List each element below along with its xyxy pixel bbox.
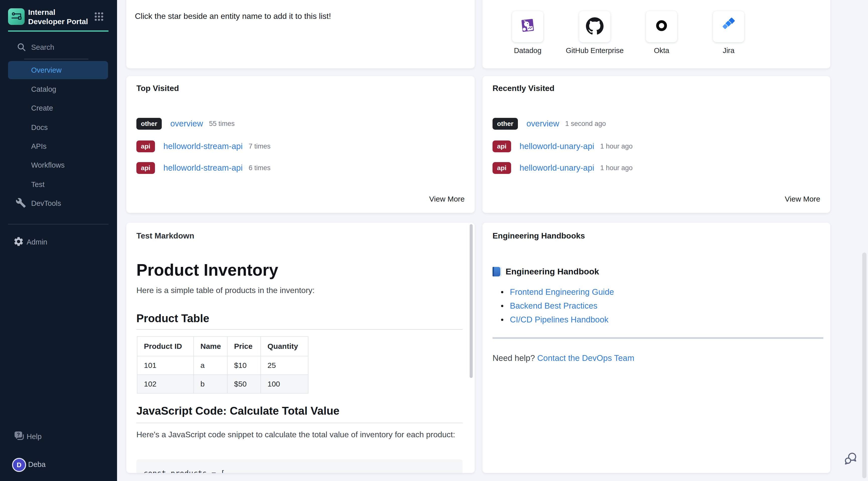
test-markdown-card: Test Markdown Product Inventory Here is …	[126, 223, 475, 473]
page-scrollbar-thumb[interactable]	[862, 252, 867, 478]
user-avatar[interactable]: D	[12, 458, 26, 472]
table-header: Name	[194, 336, 227, 356]
card-title: Engineering Handbooks	[493, 231, 585, 241]
sidebar-user-name[interactable]: Deba	[28, 460, 45, 469]
view-more-button[interactable]: View More	[785, 195, 820, 203]
github-icon	[586, 17, 603, 36]
sidebar-item-admin[interactable]: Admin	[27, 238, 47, 246]
sidebar-item-overview[interactable]: Overview	[8, 61, 108, 79]
wrench-icon	[16, 198, 26, 209]
favorites-card: Click the star beside an entity name to …	[126, 0, 475, 68]
entity-link[interactable]: overview	[526, 119, 559, 128]
handbook-list-item: CI/CD Pipelines Handbook	[501, 313, 609, 326]
kind-badge: api	[136, 162, 155, 174]
entity-link[interactable]: helloworld-unary-api	[520, 142, 594, 151]
visited-row: api helloworld-stream-api 6 times	[136, 160, 271, 176]
entity-link[interactable]: helloworld-stream-api	[163, 142, 243, 151]
card-title: Top Visited	[136, 84, 179, 93]
handbook-link[interactable]: Backend Best Practices	[510, 301, 597, 311]
okta-icon	[653, 17, 670, 36]
visit-count: 6 times	[249, 164, 271, 172]
handbook-divider	[493, 337, 823, 339]
top-visited-card: Top Visited other overview 55 times api …	[126, 76, 475, 213]
table-cell: $10	[227, 356, 261, 375]
integration-tile-okta[interactable]	[646, 11, 677, 42]
handbook-section: Engineering Handbook	[493, 267, 599, 276]
gear-icon	[13, 236, 24, 248]
sidebar-item-docs[interactable]: Docs	[31, 123, 48, 132]
visit-time: 1 second ago	[565, 120, 606, 128]
visited-row: api helloworld-unary-api 1 hour ago	[493, 139, 633, 154]
integrations-card: Datadog GitHub Enterprise Okta Jira	[483, 0, 830, 68]
table-row: 101 a $10 25	[137, 356, 308, 375]
visit-count: 7 times	[249, 143, 271, 150]
main-content: Click the star beside an entity name to …	[117, 0, 868, 481]
app-title: Internal Developer Portal	[28, 7, 91, 26]
sidebar-item-devtools[interactable]: DevTools	[31, 199, 61, 208]
entity-link[interactable]: helloworld-stream-api	[163, 163, 243, 173]
table-cell: 102	[137, 375, 194, 393]
sidebar: Internal Developer Portal Search Overvie…	[0, 0, 117, 481]
integration-tile-jira[interactable]	[713, 11, 744, 42]
recently-visited-card: Recently Visited other overview 1 second…	[483, 76, 830, 213]
integration-tile-datadog[interactable]	[512, 11, 543, 42]
markdown-divider	[136, 329, 463, 330]
kind-badge: other	[136, 118, 162, 130]
help-chat-icon: ?	[13, 430, 25, 443]
markdown-paragraph: Here's a JavaScript code snippet to calc…	[136, 429, 455, 440]
markdown-h2-table: Product Table	[136, 312, 209, 325]
visit-count: 55 times	[209, 120, 235, 128]
markdown-paragraph: Here is a simple table of products in th…	[136, 284, 315, 296]
sidebar-item-apis[interactable]: APIs	[31, 142, 46, 151]
bullet-icon	[501, 291, 503, 293]
avatar-initial: D	[17, 461, 22, 469]
svg-text:?: ?	[17, 432, 20, 437]
sidebar-search[interactable]: Search	[0, 40, 117, 56]
table-cell: 100	[261, 375, 308, 393]
visit-time: 1 hour ago	[600, 164, 633, 172]
bullet-icon	[501, 305, 503, 307]
entity-link[interactable]: helloworld-unary-api	[520, 163, 594, 173]
markdown-divider	[136, 423, 463, 423]
jira-icon	[719, 17, 738, 36]
handbook-list-item: Frontend Engineering Guide	[501, 285, 614, 299]
visited-row: api helloworld-unary-api 1 hour ago	[493, 160, 633, 176]
entity-link[interactable]: overview	[170, 119, 203, 128]
sidebar-divider	[8, 224, 108, 224]
sidebar-item-test[interactable]: Test	[31, 180, 44, 189]
sidebar-item-create[interactable]: Create	[31, 104, 53, 112]
sidebar-item-catalog[interactable]: Catalog	[31, 85, 56, 93]
chat-bubbles-icon[interactable]	[844, 451, 858, 465]
card-scrollbar-thumb[interactable]	[470, 224, 473, 378]
sidebar-item-workflows[interactable]: Workflows	[31, 161, 65, 170]
visited-row: other overview 55 times	[136, 116, 235, 131]
markdown-h2-code: JavaScript Code: Calculate Total Value	[136, 404, 340, 417]
sidebar-item-label: Overview	[31, 66, 62, 74]
search-underline	[24, 59, 88, 59]
kind-badge: api	[493, 141, 511, 152]
table-cell: 101	[137, 356, 194, 375]
card-title: Test Markdown	[136, 231, 194, 241]
product-table: Product ID Name Price Quantity 101 a $10…	[137, 336, 308, 394]
handbook-link[interactable]: CI/CD Pipelines Handbook	[510, 315, 609, 325]
kind-badge: api	[136, 141, 155, 152]
code-text: const products = [	[144, 469, 463, 473]
search-icon	[17, 42, 27, 52]
table-cell: $50	[227, 375, 261, 393]
sidebar-item-help[interactable]: Help	[27, 432, 42, 441]
view-more-button[interactable]: View More	[429, 195, 465, 203]
favorites-empty-message: Click the star beside an entity name to …	[135, 11, 331, 21]
kind-badge: api	[493, 162, 511, 174]
integration-tile-github[interactable]	[579, 11, 610, 42]
apps-grid-icon[interactable]	[93, 11, 104, 22]
table-row: 102 b $50 100	[137, 375, 308, 393]
code-block: const products = [	[136, 459, 463, 473]
contact-devops-link[interactable]: Contact the DevOps Team	[537, 353, 634, 363]
table-header: Price	[227, 336, 261, 356]
handbook-link[interactable]: Frontend Engineering Guide	[510, 287, 614, 297]
integration-label: Datadog	[490, 47, 565, 55]
sidebar-accent-divider	[8, 30, 108, 32]
bullet-icon	[501, 319, 503, 321]
markdown-h1: Product Inventory	[136, 260, 278, 279]
datadog-icon	[519, 17, 537, 36]
